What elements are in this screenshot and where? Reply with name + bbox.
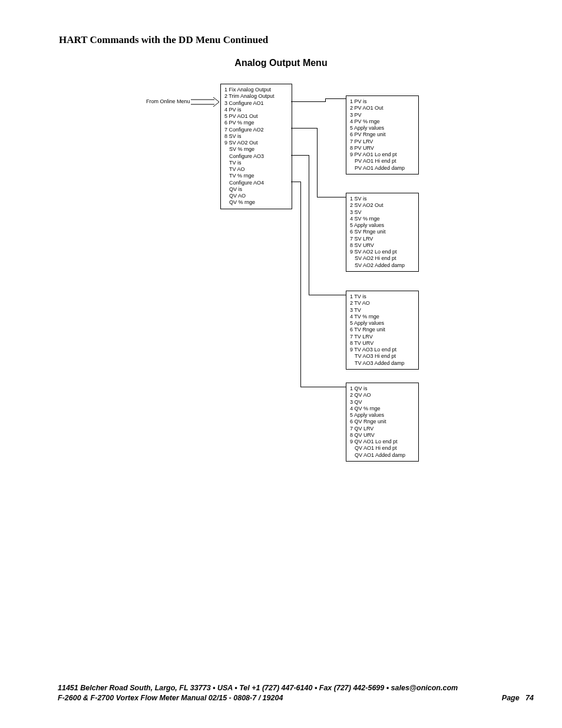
menu-item: 8 SV is (224, 133, 288, 140)
menu-item: QV AO1 Added damp (350, 452, 415, 459)
menu-item: 9 SV AO2 Lo end pt (350, 249, 415, 255)
menu-item: 7 SV LRV (350, 236, 415, 242)
connector (317, 197, 346, 197)
menu-item: QV AO (224, 193, 288, 199)
connector (291, 155, 309, 156)
footer-line-2-left: F-2600 & F-2700 Vortex Flow Meter Manual… (58, 693, 283, 703)
menu-item: 5 PV AO1 Out (224, 113, 288, 120)
menu-item: 4 PV is (224, 107, 288, 113)
page: HART Commands with the DD Menu Continued… (0, 0, 562, 728)
connector (317, 128, 318, 197)
menu-item: 9 SV AO2 Out (224, 140, 288, 146)
arrow-icon (191, 97, 220, 107)
menu-item: TV % rnge (224, 173, 288, 179)
menu-item: 8 QV URV (350, 432, 415, 439)
menu-item: 7 PV LRV (350, 139, 415, 145)
menu-item: SV AO2 Added damp (350, 262, 415, 269)
menu-item: TV AO (224, 166, 288, 173)
menu-item: 4 QV % rnge (350, 406, 415, 412)
menu-item: 2 PV AO1 Out (350, 105, 415, 111)
menu-item: Configure AO3 (224, 153, 288, 160)
page-number: Page 74 (502, 693, 534, 703)
menu-item: 8 TV URV (350, 340, 415, 347)
menu-item: 1 PV is (350, 98, 415, 105)
menu-item: 9 TV AO3 Lo end pt (350, 347, 415, 353)
menu-item: 6 QV Rnge unit (350, 419, 415, 425)
menu-item: 3 SV (350, 209, 415, 216)
menu-item: 2 TV AO (350, 300, 415, 307)
menu-item: PV AO1 Hi end pt (350, 158, 415, 164)
menu-item: 5 Apply values (350, 222, 415, 229)
menu-item: 1 SV is (350, 196, 415, 202)
menu-item: 6 SV Rnge unit (350, 229, 415, 235)
main-menu-box: 1 Fix Analog Output2 Trim Analog Output3… (220, 84, 292, 209)
menu-item: QV AO1 Hi end pt (350, 445, 415, 452)
menu-item: 4 SV % rnge (350, 216, 415, 222)
menu-item: 4 PV % rnge (350, 118, 415, 125)
connector (309, 295, 346, 295)
menu-item: 5 Apply values (350, 125, 415, 131)
menu-item: 7 TV LRV (350, 334, 415, 340)
connector (309, 155, 309, 295)
menu-item: 9 QV AO1 Lo end pt (350, 439, 415, 445)
menu-item: 1 QV is (350, 386, 415, 392)
menu-item: 2 SV AO2 Out (350, 202, 415, 209)
configure-ao3-box: 1 TV is2 TV AO3 TV4 TV % rnge5 Apply val… (346, 291, 419, 370)
menu-item: 6 PV Rnge unit (350, 131, 415, 138)
connector (300, 182, 301, 387)
menu-item: Configure AO4 (224, 180, 288, 186)
menu-item: 3 TV (350, 307, 415, 314)
menu-item: 6 TV Rnge unit (350, 327, 415, 333)
menu-item: 3 Configure AO1 (224, 100, 288, 107)
menu-item: 5 Apply values (350, 320, 415, 327)
from-online-menu-label: From Online Menu (146, 98, 190, 105)
menu-item: QV is (224, 186, 288, 193)
menu-item: 5 Apply values (350, 412, 415, 419)
menu-item: 1 Fix Analog Output (224, 87, 288, 93)
configure-ao4-box: 1 QV is2 QV AO3 QV4 QV % rnge5 Apply val… (346, 383, 419, 462)
connector (291, 128, 317, 129)
menu-item: 8 PV URV (350, 145, 415, 151)
page-footer: 11451 Belcher Road South, Largo, FL 3377… (58, 683, 534, 703)
configure-ao1-box: 1 PV is2 PV AO1 Out3 PV4 PV % rnge5 Appl… (346, 95, 419, 174)
menu-item: 7 QV LRV (350, 426, 415, 432)
connector (300, 387, 346, 387)
menu-item: 4 TV % rnge (350, 314, 415, 320)
menu-item: SV AO2 Hi end pt (350, 255, 415, 262)
connector (291, 182, 300, 182)
menu-item: 3 PV (350, 112, 415, 118)
menu-item: PV AO1 Added damp (350, 165, 415, 172)
menu-item: 6 PV % rnge (224, 120, 288, 126)
menu-item: 1 TV is (350, 294, 415, 300)
diagram: From Online Menu 1 Fix Analog Output2 Tr… (0, 0, 562, 531)
menu-item: 2 Trim Analog Output (224, 93, 288, 100)
configure-ao2-box: 1 SV is2 SV AO2 Out3 SV4 SV % rnge5 Appl… (346, 193, 419, 272)
menu-item: SV % rnge (224, 146, 288, 153)
menu-item: TV AO3 Added damp (350, 360, 415, 367)
menu-item: 7 Configure AO2 (224, 127, 288, 133)
menu-item: QV % rnge (224, 199, 288, 206)
connector (291, 101, 325, 102)
menu-item: TV is (224, 160, 288, 166)
menu-item: 2 QV AO (350, 392, 415, 398)
menu-item: 3 QV (350, 399, 415, 406)
footer-line-1: 11451 Belcher Road South, Largo, FL 3377… (58, 683, 534, 693)
connector (325, 98, 346, 99)
menu-item: 9 PV AO1 Lo end pt (350, 151, 415, 158)
menu-item: 8 SV URV (350, 242, 415, 249)
menu-item: TV AO3 Hi end pt (350, 353, 415, 360)
